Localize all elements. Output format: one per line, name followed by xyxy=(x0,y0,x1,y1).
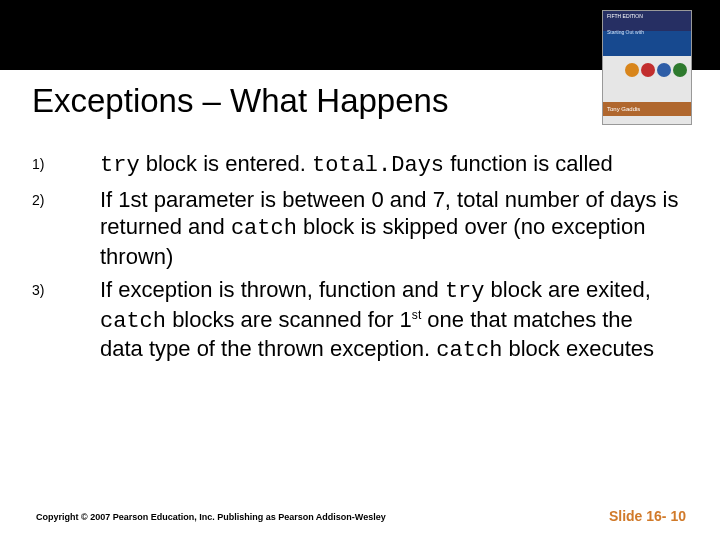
body-list: 1) try block is entered. total.Days func… xyxy=(32,150,680,371)
book-subtitle: Starting Out with xyxy=(607,29,644,35)
list-item: 3) If exception is thrown, function and … xyxy=(32,276,680,365)
copyright-text: Copyright © 2007 Pearson Education, Inc.… xyxy=(36,512,386,522)
book-cover-image: FIFTH EDITION Starting Out with Tony Gad… xyxy=(602,10,692,125)
item-text: try block is entered. total.Days functio… xyxy=(100,150,613,180)
item-number: 2) xyxy=(32,186,100,208)
list-item: 1) try block is entered. total.Days func… xyxy=(32,150,680,180)
slide-container: FIFTH EDITION Starting Out with Tony Gad… xyxy=(0,0,720,540)
slide-number: Slide 16- 10 xyxy=(609,508,686,524)
page-title: Exceptions – What Happens xyxy=(32,82,448,120)
billiard-balls-icon xyxy=(625,63,687,77)
list-item: 2) If 1st parameter is between 0 and 7, … xyxy=(32,186,680,271)
book-author: Tony Gaddis xyxy=(603,102,691,116)
item-text: If 1st parameter is between 0 and 7, tot… xyxy=(100,186,680,271)
book-edition: FIFTH EDITION xyxy=(607,13,643,19)
item-number: 3) xyxy=(32,276,100,298)
item-text: If exception is thrown, function and try… xyxy=(100,276,680,365)
item-number: 1) xyxy=(32,150,100,172)
